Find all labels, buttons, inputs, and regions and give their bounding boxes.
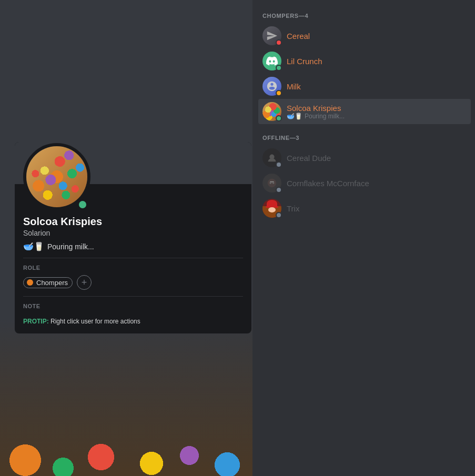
wolf-avatar-icon xyxy=(266,80,278,92)
food-items-decoration xyxy=(0,318,252,476)
cereal-dude-status-offline xyxy=(276,161,282,168)
svg-point-3 xyxy=(272,182,275,184)
profile-card: Solcoa Krispies Solarion 🥣🥛 Pouring milk… xyxy=(15,142,251,333)
member-avatar-milk xyxy=(262,77,281,96)
online-status-dot xyxy=(77,199,88,210)
member-avatar-cereal xyxy=(262,26,281,45)
member-info-cereal: Cereal xyxy=(287,32,467,40)
member-info-trix: Trix xyxy=(287,204,467,213)
member-avatar-solcoa xyxy=(262,102,281,121)
cereal-dude-icon xyxy=(266,152,278,164)
member-item-cornflakes[interactable]: Cornflakes McCornface xyxy=(258,170,471,196)
role-badge-chompers[interactable]: Chompers xyxy=(23,277,73,288)
trix-status-offline xyxy=(276,212,282,218)
svg-point-1 xyxy=(268,179,277,188)
milk-status-idle xyxy=(276,90,282,96)
solcoa-status-online xyxy=(276,115,282,121)
member-name-solcoa: Solcoa Krispies xyxy=(287,104,467,113)
lil-crunch-status-online xyxy=(276,65,282,71)
member-item-cereal-dude[interactable]: Cereal Dude xyxy=(258,145,471,170)
profile-card-header xyxy=(15,142,251,184)
member-info-cornflakes: Cornflakes McCornface xyxy=(287,179,467,188)
add-role-button[interactable]: + xyxy=(77,275,92,290)
divider xyxy=(23,258,243,258)
food-decoration xyxy=(0,318,252,476)
profile-status: 🥣🥛 Pouring milk... xyxy=(23,241,243,251)
member-info-lil-crunch: Lil Crunch xyxy=(287,57,467,66)
member-avatar-trix xyxy=(262,199,281,218)
cornflakes-status-offline xyxy=(276,187,282,193)
protip-text: Right click user for more actions xyxy=(50,318,140,325)
profile-username: Solcoa Krispies xyxy=(23,216,243,228)
discord-logo-icon xyxy=(266,55,278,67)
member-avatar-lil-crunch xyxy=(262,52,281,70)
subtext-text: Pouring milk... xyxy=(305,113,345,120)
member-info-solcoa: Solcoa Krispies 🥣🥛 Pouring milk... xyxy=(287,104,467,120)
member-item-solcoa[interactable]: Solcoa Krispies 🥣🥛 Pouring milk... xyxy=(258,99,471,124)
dragon-icon xyxy=(266,177,278,189)
member-name-cereal: Cereal xyxy=(287,32,467,40)
member-list-panel: CHOMPERS—4 Cereal Li xyxy=(254,0,475,476)
role-row: Chompers + xyxy=(23,275,243,290)
member-item-cereal[interactable]: Cereal xyxy=(258,23,471,48)
subtext-emojis: 🥣🥛 xyxy=(287,113,302,120)
cereal-bowl-art xyxy=(26,146,87,207)
cereal-avatar-icon xyxy=(266,30,278,42)
member-name-trix: Trix xyxy=(287,204,467,213)
note-section-label: NOTE xyxy=(23,303,243,309)
role-section-label: ROLE xyxy=(23,265,243,271)
cereal-status-dnd xyxy=(276,39,282,46)
avatar-wrapper xyxy=(23,143,90,210)
member-avatar-cornflakes xyxy=(262,174,281,193)
member-avatar-cereal-dude xyxy=(262,148,281,167)
svg-point-2 xyxy=(269,182,271,184)
member-name-lil-crunch: Lil Crunch xyxy=(287,57,467,66)
offline-section-header: OFFLINE—3 xyxy=(258,130,471,143)
protip-row: PROTIP: Right click user for more action… xyxy=(23,318,243,325)
member-item-trix[interactable]: Trix xyxy=(258,196,471,221)
profile-server: Solarion xyxy=(23,229,243,237)
member-item-milk[interactable]: Milk xyxy=(258,74,471,99)
member-item-lil-crunch[interactable]: Lil Crunch xyxy=(258,48,471,74)
chompers-section-header: CHOMPERS—4 xyxy=(258,8,471,21)
member-info-milk: Milk xyxy=(287,82,467,91)
protip-label: PROTIP: xyxy=(23,318,49,325)
divider-2 xyxy=(23,296,243,297)
member-info-cereal-dude: Cereal Dude xyxy=(287,154,467,163)
status-text: Pouring milk... xyxy=(47,242,94,251)
member-subtext-solcoa: 🥣🥛 Pouring milk... xyxy=(287,113,467,120)
member-name-cereal-dude: Cereal Dude xyxy=(287,154,467,163)
role-name: Chompers xyxy=(36,279,68,287)
member-name-cornflakes: Cornflakes McCornface xyxy=(287,179,467,188)
role-color-dot xyxy=(27,279,33,286)
status-emojis: 🥣🥛 xyxy=(23,241,44,251)
member-name-milk: Milk xyxy=(287,82,467,91)
